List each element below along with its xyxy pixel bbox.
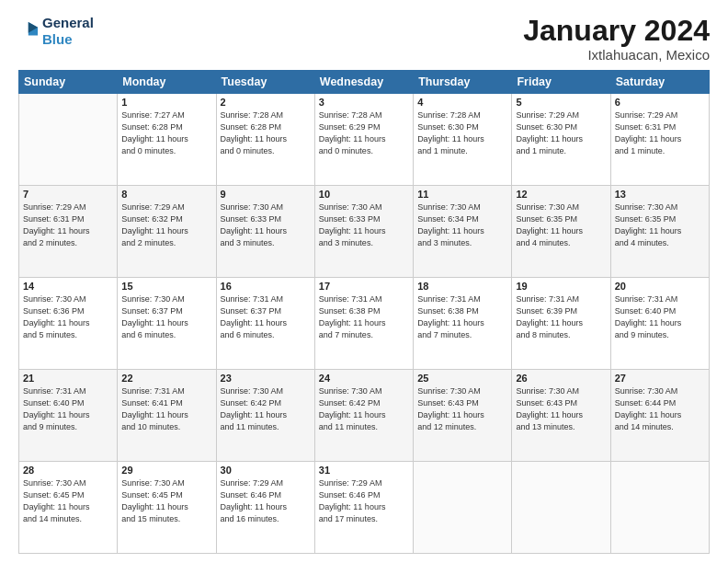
day-info: Sunrise: 7:30 AMSunset: 6:34 PMDaylight:… — [417, 201, 507, 249]
calendar-week-row: 28Sunrise: 7:30 AMSunset: 6:45 PMDayligh… — [19, 462, 710, 554]
day-number: 31 — [319, 465, 409, 476]
day-info: Sunrise: 7:31 AMSunset: 6:38 PMDaylight:… — [319, 293, 409, 341]
day-number: 23 — [221, 373, 311, 384]
calendar-cell: 23Sunrise: 7:30 AMSunset: 6:42 PMDayligh… — [216, 370, 314, 462]
day-info: Sunrise: 7:30 AMSunset: 6:37 PMDaylight:… — [121, 293, 211, 341]
day-info: Sunrise: 7:29 AMSunset: 6:32 PMDaylight:… — [121, 201, 211, 249]
day-number: 30 — [221, 465, 311, 476]
logo: General Blue — [18, 15, 94, 48]
calendar-cell: 3Sunrise: 7:28 AMSunset: 6:29 PMDaylight… — [314, 94, 413, 186]
calendar-cell: 15Sunrise: 7:30 AMSunset: 6:37 PMDayligh… — [118, 278, 216, 370]
day-number: 24 — [319, 373, 409, 384]
day-info: Sunrise: 7:28 AMSunset: 6:29 PMDaylight:… — [319, 109, 409, 157]
location-title: Ixtlahuacan, Mexico — [523, 47, 710, 63]
day-number: 19 — [516, 281, 606, 292]
day-info: Sunrise: 7:31 AMSunset: 6:40 PMDaylight:… — [23, 385, 113, 433]
calendar-cell: 25Sunrise: 7:30 AMSunset: 6:43 PMDayligh… — [414, 370, 512, 462]
day-number: 11 — [417, 189, 507, 200]
day-info: Sunrise: 7:31 AMSunset: 6:40 PMDaylight:… — [615, 293, 705, 341]
day-info: Sunrise: 7:31 AMSunset: 6:39 PMDaylight:… — [516, 293, 606, 341]
calendar-cell: 7Sunrise: 7:29 AMSunset: 6:31 PMDaylight… — [19, 186, 118, 278]
day-number: 13 — [615, 189, 705, 200]
calendar-week-row: 7Sunrise: 7:29 AMSunset: 6:31 PMDaylight… — [19, 186, 710, 278]
calendar-cell: 6Sunrise: 7:29 AMSunset: 6:31 PMDaylight… — [610, 94, 709, 186]
day-number: 16 — [221, 281, 311, 292]
month-title: January 2024 — [523, 15, 710, 47]
day-number: 22 — [121, 373, 211, 384]
calendar-cell: 28Sunrise: 7:30 AMSunset: 6:45 PMDayligh… — [19, 462, 118, 554]
calendar-week-row: 21Sunrise: 7:31 AMSunset: 6:40 PMDayligh… — [19, 370, 710, 462]
day-info: Sunrise: 7:30 AMSunset: 6:35 PMDaylight:… — [615, 201, 705, 249]
day-number: 20 — [615, 281, 705, 292]
day-info: Sunrise: 7:30 AMSunset: 6:44 PMDaylight:… — [615, 385, 705, 433]
day-info: Sunrise: 7:28 AMSunset: 6:28 PMDaylight:… — [221, 109, 311, 157]
day-info: Sunrise: 7:29 AMSunset: 6:30 PMDaylight:… — [516, 109, 606, 157]
day-number: 3 — [319, 97, 409, 108]
calendar-cell: 31Sunrise: 7:29 AMSunset: 6:46 PMDayligh… — [314, 462, 413, 554]
day-info: Sunrise: 7:31 AMSunset: 6:41 PMDaylight:… — [121, 385, 211, 433]
calendar-header-wednesday: Wednesday — [314, 71, 413, 94]
calendar-header-monday: Monday — [118, 71, 216, 94]
day-info: Sunrise: 7:30 AMSunset: 6:35 PMDaylight:… — [516, 201, 606, 249]
day-info: Sunrise: 7:30 AMSunset: 6:33 PMDaylight:… — [221, 201, 311, 249]
calendar-cell: 22Sunrise: 7:31 AMSunset: 6:41 PMDayligh… — [118, 370, 216, 462]
calendar-cell: 29Sunrise: 7:30 AMSunset: 6:45 PMDayligh… — [118, 462, 216, 554]
day-number: 8 — [121, 189, 211, 200]
day-number: 7 — [23, 189, 113, 200]
calendar-cell — [19, 94, 118, 186]
day-info: Sunrise: 7:30 AMSunset: 6:43 PMDaylight:… — [417, 385, 507, 433]
calendar-cell: 10Sunrise: 7:30 AMSunset: 6:33 PMDayligh… — [314, 186, 413, 278]
calendar-header-thursday: Thursday — [414, 71, 512, 94]
calendar-cell: 11Sunrise: 7:30 AMSunset: 6:34 PMDayligh… — [414, 186, 512, 278]
day-number: 5 — [516, 97, 606, 108]
calendar-cell: 8Sunrise: 7:29 AMSunset: 6:32 PMDaylight… — [118, 186, 216, 278]
day-number: 28 — [23, 465, 113, 476]
calendar-cell — [512, 462, 610, 554]
calendar-cell: 20Sunrise: 7:31 AMSunset: 6:40 PMDayligh… — [610, 278, 709, 370]
day-number: 4 — [417, 97, 507, 108]
day-number: 29 — [121, 465, 211, 476]
calendar-header-tuesday: Tuesday — [216, 71, 314, 94]
day-info: Sunrise: 7:30 AMSunset: 6:33 PMDaylight:… — [319, 201, 409, 249]
calendar-cell: 30Sunrise: 7:29 AMSunset: 6:46 PMDayligh… — [216, 462, 314, 554]
calendar-cell: 18Sunrise: 7:31 AMSunset: 6:38 PMDayligh… — [414, 278, 512, 370]
day-number: 9 — [221, 189, 311, 200]
calendar-cell: 26Sunrise: 7:30 AMSunset: 6:43 PMDayligh… — [512, 370, 610, 462]
calendar-cell: 12Sunrise: 7:30 AMSunset: 6:35 PMDayligh… — [512, 186, 610, 278]
day-info: Sunrise: 7:29 AMSunset: 6:31 PMDaylight:… — [23, 201, 113, 249]
day-number: 27 — [615, 373, 705, 384]
calendar-cell: 1Sunrise: 7:27 AMSunset: 6:28 PMDaylight… — [118, 94, 216, 186]
day-info: Sunrise: 7:29 AMSunset: 6:46 PMDaylight:… — [221, 477, 311, 525]
calendar-table: SundayMondayTuesdayWednesdayThursdayFrid… — [18, 70, 710, 554]
day-info: Sunrise: 7:30 AMSunset: 6:42 PMDaylight:… — [221, 385, 311, 433]
day-number: 1 — [121, 97, 211, 108]
day-info: Sunrise: 7:30 AMSunset: 6:45 PMDaylight:… — [23, 477, 113, 525]
day-info: Sunrise: 7:29 AMSunset: 6:31 PMDaylight:… — [615, 109, 705, 157]
title-block: January 2024 Ixtlahuacan, Mexico — [523, 15, 710, 63]
calendar-header-sunday: Sunday — [19, 71, 118, 94]
calendar-header-friday: Friday — [512, 71, 610, 94]
logo-text: General Blue — [42, 15, 94, 48]
day-info: Sunrise: 7:30 AMSunset: 6:36 PMDaylight:… — [23, 293, 113, 341]
calendar-cell — [414, 462, 512, 554]
day-info: Sunrise: 7:30 AMSunset: 6:42 PMDaylight:… — [319, 385, 409, 433]
day-number: 12 — [516, 189, 606, 200]
calendar-week-row: 1Sunrise: 7:27 AMSunset: 6:28 PMDaylight… — [19, 94, 710, 186]
day-info: Sunrise: 7:31 AMSunset: 6:38 PMDaylight:… — [417, 293, 507, 341]
calendar-cell: 17Sunrise: 7:31 AMSunset: 6:38 PMDayligh… — [314, 278, 413, 370]
calendar-cell: 27Sunrise: 7:30 AMSunset: 6:44 PMDayligh… — [610, 370, 709, 462]
day-info: Sunrise: 7:30 AMSunset: 6:45 PMDaylight:… — [121, 477, 211, 525]
day-number: 26 — [516, 373, 606, 384]
day-info: Sunrise: 7:28 AMSunset: 6:30 PMDaylight:… — [417, 109, 507, 157]
day-info: Sunrise: 7:31 AMSunset: 6:37 PMDaylight:… — [221, 293, 311, 341]
day-number: 18 — [417, 281, 507, 292]
calendar-header-row: SundayMondayTuesdayWednesdayThursdayFrid… — [19, 71, 710, 94]
day-info: Sunrise: 7:29 AMSunset: 6:46 PMDaylight:… — [319, 477, 409, 525]
day-info: Sunrise: 7:27 AMSunset: 6:28 PMDaylight:… — [121, 109, 211, 157]
day-number: 15 — [121, 281, 211, 292]
calendar-cell: 13Sunrise: 7:30 AMSunset: 6:35 PMDayligh… — [610, 186, 709, 278]
day-info: Sunrise: 7:30 AMSunset: 6:43 PMDaylight:… — [516, 385, 606, 433]
day-number: 25 — [417, 373, 507, 384]
page-header: General Blue January 2024 Ixtlahuacan, M… — [18, 15, 710, 63]
calendar-cell: 21Sunrise: 7:31 AMSunset: 6:40 PMDayligh… — [19, 370, 118, 462]
